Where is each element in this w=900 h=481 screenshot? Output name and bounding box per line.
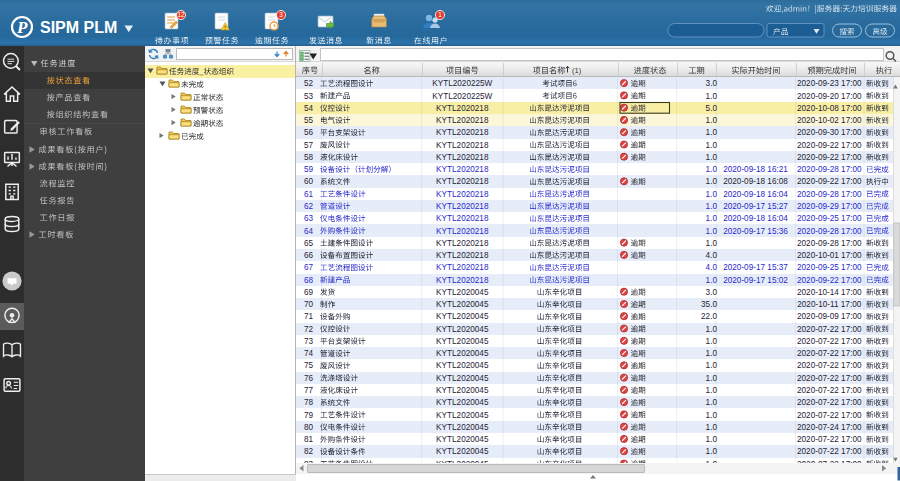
svg-text:2020-09-18 16:04: 2020-09-18 16:04 (723, 214, 788, 223)
svg-text:KYTL2020045: KYTL2020045 (436, 386, 489, 395)
svg-text:2020-10-02 17:00: 2020-10-02 17:00 (797, 116, 862, 125)
svg-text:KYTL2020045: KYTL2020045 (436, 337, 489, 346)
svg-text:80: 80 (304, 423, 314, 432)
svg-text:2020-10-01 17:00: 2020-10-01 17:00 (797, 251, 862, 260)
svg-text:KYTL2020045: KYTL2020045 (436, 300, 489, 309)
svg-text:77: 77 (304, 386, 314, 395)
svg-text:61: 61 (304, 190, 314, 199)
svg-text:SIPM PLM: SIPM PLM (40, 19, 117, 36)
svg-text:66: 66 (304, 251, 314, 260)
svg-text:2020-07-22 17:00: 2020-07-22 17:00 (797, 374, 862, 383)
svg-text:1: 1 (438, 11, 442, 18)
svg-text:KYTL2020218: KYTL2020218 (436, 153, 489, 162)
svg-text:KYTL2020218: KYTL2020218 (436, 263, 489, 272)
svg-text:1.0: 1.0 (706, 337, 718, 346)
svg-text:KYTL2020218: KYTL2020218 (436, 251, 489, 260)
svg-text:64: 64 (304, 227, 314, 236)
svg-text:56: 56 (304, 128, 314, 137)
svg-text:12: 12 (177, 11, 185, 18)
svg-text:3.0: 3.0 (706, 79, 718, 88)
svg-text:1.0: 1.0 (706, 116, 718, 125)
svg-text:2020-10-08 17:00: 2020-10-08 17:00 (797, 104, 862, 113)
svg-text:2020-07-22 17:00: 2020-07-22 17:00 (797, 435, 862, 444)
svg-text:KYTL2020045: KYTL2020045 (436, 361, 489, 370)
svg-text:22.0: 22.0 (701, 312, 717, 321)
svg-text:1.0: 1.0 (706, 460, 718, 469)
svg-text:2020-07-22 17:00: 2020-07-22 17:00 (797, 386, 862, 395)
svg-text:1.0: 1.0 (706, 398, 718, 407)
svg-text:2020-09-22 17:00: 2020-09-22 17:00 (797, 276, 862, 285)
svg-text:1.0: 1.0 (706, 374, 718, 383)
svg-text:2020-09-28 17:00: 2020-09-28 17:00 (797, 239, 862, 248)
svg-text:4.0: 4.0 (706, 251, 718, 260)
svg-text:2020-09-29 17:00: 2020-09-29 17:00 (797, 202, 862, 211)
svg-text:2020-07-22 17:00: 2020-07-22 17:00 (797, 411, 862, 420)
svg-text:KYTL2020225W: KYTL2020225W (432, 79, 492, 88)
svg-text:1.0: 1.0 (706, 92, 718, 101)
svg-text:69: 69 (304, 288, 314, 297)
svg-text:2020-09-17 15:37: 2020-09-17 15:37 (723, 263, 788, 272)
svg-text:3.0: 3.0 (706, 288, 718, 297)
svg-text:KYTL2020218: KYTL2020218 (436, 104, 489, 113)
svg-text:57: 57 (304, 141, 314, 150)
svg-text:2020-09-18 16:04: 2020-09-18 16:04 (723, 190, 788, 199)
svg-text:2020-09-17 15:02: 2020-09-17 15:02 (723, 276, 788, 285)
svg-text:52: 52 (304, 79, 314, 88)
svg-text:74: 74 (304, 349, 314, 358)
svg-text:2020-09-25 17:00: 2020-09-25 17:00 (797, 263, 862, 272)
svg-text:58: 58 (304, 153, 314, 162)
svg-text:2020-09-18 16:21: 2020-09-18 16:21 (723, 165, 788, 174)
svg-text:67: 67 (304, 263, 314, 272)
svg-text:2020-09-30 17:00: 2020-09-30 17:00 (797, 128, 862, 137)
svg-text:83: 83 (304, 460, 314, 469)
svg-text:2020-09-25 17:00: 2020-09-25 17:00 (797, 214, 862, 223)
svg-text:2020-09-20 17:00: 2020-09-20 17:00 (797, 92, 862, 101)
svg-text:60: 60 (304, 177, 314, 186)
svg-text:KYTL2020045: KYTL2020045 (436, 423, 489, 432)
svg-text:KYTL2020218: KYTL2020218 (436, 116, 489, 125)
svg-text:KYTL2020045: KYTL2020045 (436, 447, 489, 456)
svg-text:1.0: 1.0 (706, 214, 718, 223)
svg-text:1.0: 1.0 (706, 411, 718, 420)
svg-text:1.0: 1.0 (706, 276, 718, 285)
svg-text:1.0: 1.0 (706, 202, 718, 211)
svg-text:2020-09-22 17:00: 2020-09-22 17:00 (797, 141, 862, 150)
svg-text:55: 55 (304, 116, 314, 125)
svg-text:65: 65 (304, 239, 314, 248)
svg-text:1.0: 1.0 (706, 177, 718, 186)
svg-text:2020-09-17 15:36: 2020-09-17 15:36 (723, 227, 788, 236)
svg-text:KYTL2020045: KYTL2020045 (436, 435, 489, 444)
svg-text:KYTL2020045: KYTL2020045 (436, 460, 489, 469)
svg-text:79: 79 (304, 411, 314, 420)
svg-text:5.0: 5.0 (706, 104, 718, 113)
svg-text:2020-09-28 17:00: 2020-09-28 17:00 (797, 165, 862, 174)
svg-text:63: 63 (304, 214, 314, 223)
svg-text:2020-07-22 17:00: 2020-07-22 17:00 (797, 398, 862, 407)
svg-text:KYTL2020045: KYTL2020045 (436, 349, 489, 358)
svg-text:2020-09-22 17:00: 2020-09-22 17:00 (797, 177, 862, 186)
svg-text:3: 3 (279, 11, 283, 18)
svg-text:KYTL2020045: KYTL2020045 (436, 325, 489, 334)
svg-text:1.0: 1.0 (706, 423, 718, 432)
svg-text:1.0: 1.0 (706, 447, 718, 456)
svg-text:KYTL2020045: KYTL2020045 (436, 398, 489, 407)
svg-text:1.0: 1.0 (706, 325, 718, 334)
svg-text:78: 78 (304, 398, 314, 407)
svg-text:KYTL2020218: KYTL2020218 (436, 239, 489, 248)
svg-text:KYTL2020218: KYTL2020218 (436, 177, 489, 186)
svg-text:1.0: 1.0 (706, 153, 718, 162)
svg-text:KYTL2020218: KYTL2020218 (436, 141, 489, 150)
svg-text:75: 75 (304, 361, 314, 370)
svg-text:1.0: 1.0 (706, 128, 718, 137)
svg-text:2020-07-22 17:00: 2020-07-22 17:00 (797, 447, 862, 456)
svg-text:(1): (1) (572, 66, 582, 75)
svg-text:81: 81 (304, 435, 314, 444)
svg-text:2020-07-22 17:00: 2020-07-22 17:00 (797, 460, 862, 469)
svg-text:2020-10-11 17:00: 2020-10-11 17:00 (797, 300, 861, 309)
svg-text:2020-09-17 15:27: 2020-09-17 15:27 (723, 202, 788, 211)
svg-text:72: 72 (304, 325, 314, 334)
svg-text:KYTL2020218: KYTL2020218 (436, 202, 489, 211)
svg-text:KYTL2020218: KYTL2020218 (436, 128, 489, 137)
svg-text:1.0: 1.0 (706, 435, 718, 444)
svg-text:70: 70 (304, 300, 314, 309)
